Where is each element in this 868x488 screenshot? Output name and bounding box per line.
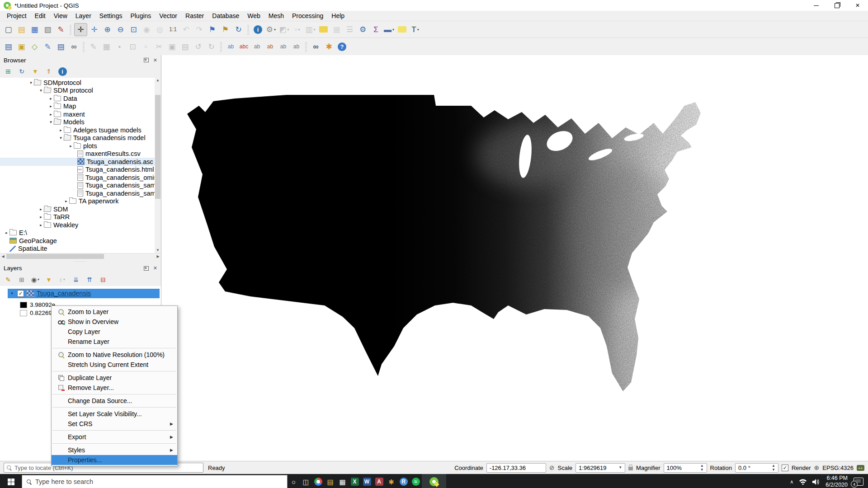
new-bookmark-button[interactable]: ⚑ [206,23,218,36]
taskbar-app-chrome[interactable] [312,474,324,488]
plugin-gear-button[interactable]: ✱ [323,41,335,53]
menu-project[interactable]: Project [3,11,31,20]
menu-layer[interactable]: Layer [71,11,95,20]
tree-item-plots[interactable]: ▸plots [0,142,155,150]
taskbar-search-input[interactable]: Type here to search [22,475,288,488]
taskbar-app-word[interactable]: W [361,474,373,488]
save-layer-edits-button[interactable]: ▦ [100,41,113,53]
browser-refresh-button[interactable]: ↻ [17,66,27,76]
tree-expand-icon[interactable]: ▸ [48,112,54,117]
copy-features-button[interactable]: ▣ [166,41,178,53]
highlight-labels-button[interactable]: ab [264,41,276,53]
browser-add-layer-button[interactable]: ⊞ [3,66,13,76]
tree-expand-icon[interactable]: ▸ [38,223,44,227]
new-spatialite-button[interactable]: ✎ [42,41,54,53]
crs-indicator[interactable]: EPSG:4326 [822,465,854,471]
taskbar-app-excel[interactable]: X [349,474,361,488]
start-button[interactable] [0,474,22,488]
scroll-up-icon[interactable]: ▲ [155,78,161,83]
remove-layer-button[interactable]: ⊟ [98,275,108,285]
scroll-thumb[interactable] [6,254,104,259]
collapse-all-button[interactable]: ⇈ [85,275,94,285]
tree-item-sdmprotocol[interactable]: ▾SDMprotocol [0,79,155,87]
tree-item-geopackage[interactable]: GeoPackage [0,237,155,245]
tree-item-tsuga-canadensis-sampleave[interactable]: Tsuga_canadensis_sampleAve [0,182,155,190]
processing-toolbox-button[interactable]: ⚙ [357,23,369,36]
browser-close-icon[interactable]: ✕ [153,57,157,63]
context-menu-item-change-data-source-[interactable]: Change Data Source... [52,396,177,406]
identify-features-button[interactable]: i [252,23,264,36]
open-project-button[interactable]: ▤ [15,23,28,36]
vertex-tool-button[interactable]: ⊡ [127,41,139,53]
expand-all-button[interactable]: ⇊ [71,275,81,285]
tree-expand-icon[interactable]: ▸ [48,96,54,101]
coordinate-input[interactable]: -126.17,33.36 [486,463,546,473]
tree-item-e-[interactable]: ▸E:\ [0,229,155,237]
layer-visibility-checkbox[interactable]: ✓ [17,290,24,297]
pan-to-selection-button[interactable]: ✛ [88,23,100,36]
attribute-table-button[interactable]: ▦ [330,23,343,36]
pan-map-button[interactable]: ✛ [74,23,87,36]
menu-settings[interactable]: Settings [95,11,127,20]
new-project-button[interactable]: ▢ [2,23,14,36]
taskbar-app-cortana[interactable]: ○ [288,474,300,488]
undo-button[interactable]: ↺ [192,41,204,53]
cut-features-button[interactable]: ✂ [153,41,165,53]
filter-expression-button[interactable]: ε▾ [57,275,67,285]
annotation-button[interactable] [317,23,330,36]
new-mesh-layer-button[interactable]: ▤ [55,41,67,53]
browser-horizontal-scrollbar[interactable]: ◀ ▶ [0,253,161,259]
tree-item-tsuga-canadensis-model[interactable]: ▾Tsuga canadensis model [0,134,155,142]
tree-item-tsuga-canadensis-samplepre[interactable]: Tsuga_canadensis_samplePre [0,189,155,197]
manage-themes-button[interactable]: ◉▾ [30,275,40,285]
measure-button[interactable]: ▬▾ [383,23,395,36]
tree-item-models[interactable]: ▾Models [0,118,155,127]
scale-lock-icon[interactable] [628,467,633,470]
taskbar-app-r[interactable]: R [397,474,410,488]
move-label-button[interactable]: ab [277,41,289,53]
map-canvas[interactable] [161,55,868,461]
scroll-right-icon[interactable]: ▶ [155,253,161,259]
data-source-manager-button[interactable]: ▤ [2,41,14,53]
menu-help[interactable]: Help [327,11,349,20]
context-menu-item-duplicate-layer[interactable]: Duplicate Layer [52,373,177,383]
tree-expand-icon[interactable]: ▸ [58,128,64,132]
layers-undock-icon[interactable] [144,266,149,271]
statistics-button[interactable]: Σ [370,23,382,36]
context-menu-item-styles[interactable]: Styles▶ [52,445,177,455]
scale-combo[interactable]: 1:9629619▼ [576,463,625,473]
context-menu-item-set-layer-scale-visibility-[interactable]: Set Layer Scale Visibility... [52,409,177,419]
tree-item-ta-paperwork[interactable]: ▸TA paperwork [0,197,155,206]
close-button[interactable]: ✕ [847,0,868,11]
menu-database[interactable]: Database [208,11,243,20]
tree-item-tsuga-canadensis-asc[interactable]: Tsuga_canadensis.asc [0,158,155,166]
volume-icon[interactable] [812,479,820,485]
taskbar-app-spotify[interactable]: ≈ [410,474,422,488]
browser-filter-button[interactable]: ▼ [30,66,40,76]
browser-vertical-scrollbar[interactable]: ▲ ▼ [155,78,161,253]
tree-expand-icon[interactable]: ▸ [38,215,44,219]
tree-expand-icon[interactable]: ▸ [48,104,54,108]
tray-chevron-icon[interactable]: ∧ [790,479,793,485]
wifi-icon[interactable] [799,479,807,485]
scroll-left-icon[interactable]: ◀ [0,253,6,259]
context-menu-item-zoom-to-layer[interactable]: Zoom to Layer [52,307,177,317]
taskbar-app-task-view[interactable]: ◫ [300,474,312,488]
browser-properties-button[interactable]: i [57,66,67,76]
show-bookmarks-button[interactable]: ⚑ [219,23,231,36]
panel-splitter[interactable]: ······ [0,259,161,263]
tree-item-weakley[interactable]: ▸Weakley [0,221,155,229]
pin-labels-button[interactable]: ab [251,41,263,53]
zoom-to-layer-button[interactable]: ◎ [154,23,166,36]
tree-item-tsuga-canadensis-omission-c[interactable]: Tsuga_canadensis_omission.c [0,174,155,182]
menu-edit[interactable]: Edit [31,11,50,20]
field-calculator-button[interactable]: ☰ [344,23,356,36]
tree-item-spatialite[interactable]: SpatiaLite [0,245,155,253]
zoom-next-button[interactable]: ↷ [193,23,205,36]
layer-styling-button[interactable]: ✎ [3,275,13,285]
refresh-button[interactable]: ↻ [232,23,245,36]
layer-labeling-button[interactable]: ab [225,41,237,53]
map-tips-button[interactable] [396,23,408,36]
layout-manager-button[interactable]: ▧ [42,23,54,36]
tree-item-data[interactable]: ▸Data [0,94,155,103]
